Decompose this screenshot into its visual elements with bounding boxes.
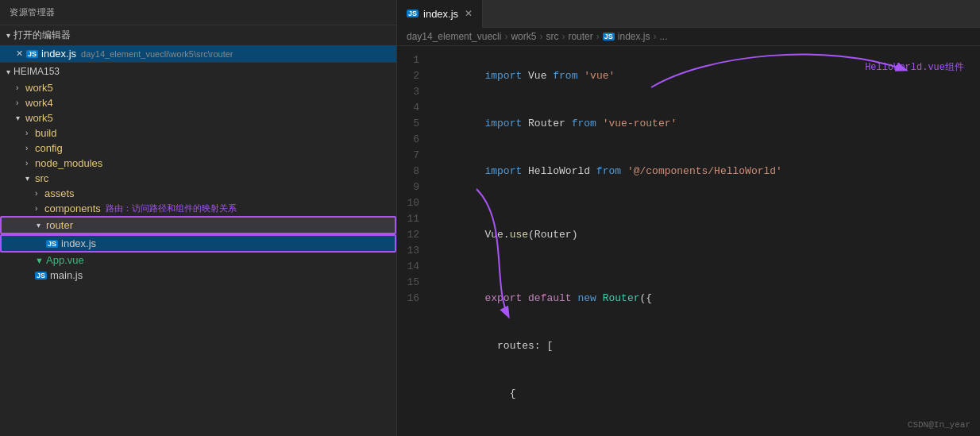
folder-label-work3: work5 [25, 82, 53, 94]
editor-tabs: JS index.js ✕ [397, 0, 980, 28]
tree-item-assets[interactable]: › assets [0, 186, 396, 201]
folder-label-work4: work4 [25, 97, 53, 109]
tree-item-app-vue[interactable]: ▼ App.vue [0, 253, 396, 268]
line-num-7: 7 [397, 148, 429, 164]
folder-label-work5: work5 [25, 112, 53, 124]
chevron-down-icon: ▾ [25, 174, 35, 183]
line-numbers: 1 2 3 4 5 6 7 8 9 10 11 12 13 14 15 16 [397, 46, 429, 436]
code-line-5: Vue.use(Router) [435, 211, 980, 259]
code-line-3: import HelloWorld from '@/components/Hel… [435, 148, 980, 195]
tree-item-main-js[interactable]: JS main.js [0, 268, 396, 283]
folder-label-src: src [35, 172, 48, 184]
tree-item-work5[interactable]: ▾ work5 [0, 110, 396, 125]
open-editor-item[interactable]: ✕ JS index.js day14_element_vuecli\work5… [0, 45, 396, 62]
open-editor-path: day14_element_vuecli\work5\src\router [81, 49, 233, 59]
chevron-right-icon: › [25, 129, 35, 137]
tab-js-icon: JS [407, 10, 419, 17]
bc-sep-5: › [654, 31, 657, 42]
line-num-2: 2 [397, 68, 429, 84]
line-num-3: 3 [397, 84, 429, 100]
breadcrumb: day14_element_vuecli › work5 › src › rou… [397, 28, 980, 46]
folder-label-config: config [35, 142, 63, 154]
chevron-down-icon: ▾ [6, 31, 10, 40]
code-line-10: path: '/', [435, 418, 980, 436]
chevron-right-icon: › [35, 189, 44, 198]
folder-label-build: build [35, 127, 56, 139]
bc-part-4: router [568, 31, 592, 42]
tree-item-components[interactable]: › components 路由：访问路径和组件的映射关系 [0, 201, 396, 216]
open-editors-header[interactable]: ▾ 打开的编辑器 [0, 25, 396, 45]
editor-tab-index-js[interactable]: JS index.js ✕ [397, 0, 483, 28]
chevron-down-icon: ▾ [6, 68, 10, 76]
line-num-5: 5 [397, 116, 429, 132]
code-line-9: { [435, 370, 980, 418]
open-editors-section: ▾ 打开的编辑器 ✕ JS index.js day14_element_vue… [0, 25, 396, 63]
line-num-4: 4 [397, 100, 429, 116]
line-num-13: 13 [397, 243, 429, 259]
chevron-right-icon: › [16, 83, 25, 92]
tab-filename: index.js [423, 8, 458, 20]
tab-close-icon[interactable]: ✕ [465, 8, 473, 19]
vue-icon: ▼ [35, 256, 46, 265]
file-label-main-js: main.js [50, 269, 83, 281]
helloworld-annotation: HelloWorld.vue组件 [865, 60, 964, 74]
line-num-1: 1 [397, 52, 429, 68]
chevron-right-icon: › [35, 204, 44, 213]
bc-sep-2: › [539, 31, 542, 42]
bc-part-1: day14_element_vuecli [407, 31, 501, 42]
line-num-11: 11 [397, 211, 429, 227]
line-num-9: 9 [397, 179, 429, 195]
tree-item-index-js[interactable]: JS index.js [0, 234, 396, 253]
tree-item-src[interactable]: ▾ src [0, 171, 396, 186]
code-line-8: routes: [ [435, 322, 980, 370]
js-file-icon-small: JS [35, 272, 47, 280]
folder-label-assets: assets [44, 187, 75, 199]
explorer-root-header[interactable]: ▾ HEIMA153 [0, 63, 396, 80]
bc-js-icon: JS [603, 33, 615, 41]
line-num-12: 12 [397, 227, 429, 243]
bc-sep-3: › [561, 31, 565, 42]
sidebar: 资源管理器 ▾ 打开的编辑器 ✕ JS index.js day14_eleme… [0, 0, 397, 436]
js-icon: JS [26, 50, 38, 58]
js-file-icon: JS [46, 240, 58, 248]
code-content[interactable]: import Vue from 'vue' import Router from… [429, 46, 980, 436]
code-line-4 [435, 195, 980, 211]
chevron-right-icon: › [25, 159, 35, 168]
bc-sep-1: › [504, 31, 507, 42]
code-line-2: import Router from 'vue-router' [435, 100, 980, 148]
tree-item-build[interactable]: › build [0, 125, 396, 141]
line-num-14: 14 [397, 259, 429, 275]
code-line-7: export default new Router({ [435, 275, 980, 322]
bc-part-2: work5 [511, 31, 536, 42]
chevron-right-icon: › [16, 98, 25, 107]
tree-item-node-modules[interactable]: › node_modules [0, 156, 396, 171]
folder-label-router: router [46, 219, 73, 231]
code-line-6 [435, 259, 980, 275]
editor-area: JS index.js ✕ day14_element_vuecli › wor… [397, 0, 980, 436]
line-num-10: 10 [397, 195, 429, 211]
code-line-1: import Vue from 'vue' [435, 52, 980, 100]
open-editor-filename: index.js [41, 48, 76, 60]
folder-label-node-modules: node_modules [35, 157, 102, 169]
close-icon[interactable]: ✕ [16, 48, 23, 59]
tree-item-work3[interactable]: › work5 [0, 80, 396, 95]
line-num-15: 15 [397, 275, 429, 291]
line-num-6: 6 [397, 132, 429, 148]
file-label-app-vue: App.vue [46, 254, 84, 266]
code-container: 1 2 3 4 5 6 7 8 9 10 11 12 13 14 15 16 i… [397, 46, 980, 436]
line-num-8: 8 [397, 164, 429, 179]
tree-item-router[interactable]: ▾ router [0, 216, 396, 234]
chevron-down-icon: ▾ [37, 221, 46, 230]
tree-item-work4[interactable]: › work4 [0, 95, 396, 110]
explorer-section: ▾ HEIMA153 › work5 › work4 ▾ work5 › bui… [0, 63, 396, 283]
explorer-root-label: HEIMA153 [14, 66, 60, 77]
chevron-down-icon: ▾ [16, 114, 25, 122]
sidebar-title: 资源管理器 [0, 0, 396, 25]
folder-label-components: components [44, 203, 101, 214]
file-label-index-js: index.js [61, 237, 96, 249]
open-editors-label: 打开的编辑器 [14, 29, 71, 42]
tree-item-config[interactable]: › config [0, 141, 396, 156]
bc-part-6: ... [660, 31, 668, 42]
route-annotation-text: 路由：访问路径和组件的映射关系 [106, 203, 237, 214]
bc-part-3: src [546, 31, 558, 42]
